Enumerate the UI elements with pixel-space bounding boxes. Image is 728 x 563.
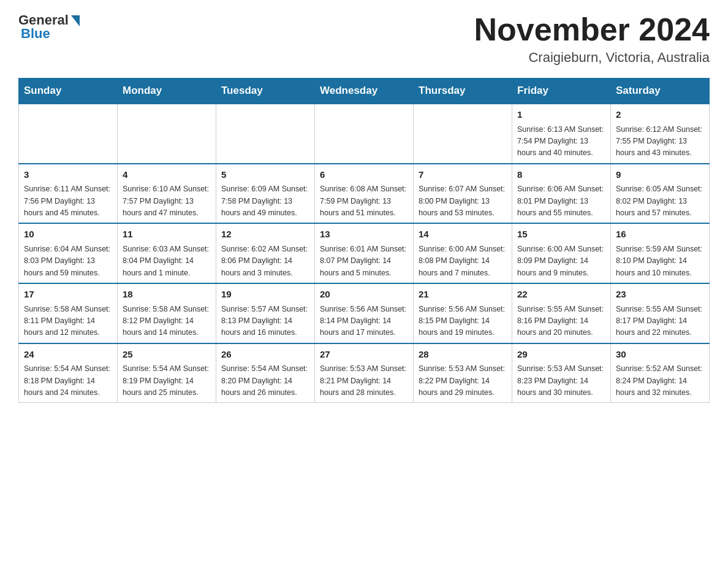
week-row-1: 1Sunrise: 6:13 AM Sunset: 7:54 PM Daylig…	[19, 104, 710, 164]
day-info: Sunrise: 5:53 AM Sunset: 8:22 PM Dayligh…	[419, 363, 507, 399]
day-number: 26	[221, 348, 309, 362]
calendar-cell: 11Sunrise: 6:03 AM Sunset: 8:04 PM Dayli…	[118, 223, 216, 283]
calendar-cell: 27Sunrise: 5:53 AM Sunset: 8:21 PM Dayli…	[315, 343, 414, 403]
day-info: Sunrise: 6:05 AM Sunset: 8:02 PM Dayligh…	[616, 183, 704, 219]
day-number: 1	[517, 108, 605, 122]
calendar-cell: 29Sunrise: 5:53 AM Sunset: 8:23 PM Dayli…	[512, 343, 611, 403]
col-header-sunday: Sunday	[19, 79, 118, 104]
calendar-cell: 1Sunrise: 6:13 AM Sunset: 7:54 PM Daylig…	[512, 104, 611, 164]
calendar-cell: 28Sunrise: 5:53 AM Sunset: 8:22 PM Dayli…	[414, 343, 512, 403]
calendar-cell: 21Sunrise: 5:56 AM Sunset: 8:15 PM Dayli…	[414, 283, 512, 343]
week-row-5: 24Sunrise: 5:54 AM Sunset: 8:18 PM Dayli…	[19, 343, 710, 403]
calendar-cell: 25Sunrise: 5:54 AM Sunset: 8:19 PM Dayli…	[118, 343, 216, 403]
calendar-cell: 16Sunrise: 5:59 AM Sunset: 8:10 PM Dayli…	[611, 223, 710, 283]
day-info: Sunrise: 5:58 AM Sunset: 8:12 PM Dayligh…	[123, 304, 211, 339]
calendar-cell: 2Sunrise: 6:12 AM Sunset: 7:55 PM Daylig…	[611, 104, 710, 164]
day-info: Sunrise: 5:58 AM Sunset: 8:11 PM Dayligh…	[24, 304, 112, 339]
day-number: 8	[517, 168, 605, 182]
calendar-cell: 3Sunrise: 6:11 AM Sunset: 7:56 PM Daylig…	[19, 164, 118, 224]
day-number: 25	[123, 348, 211, 362]
day-number: 12	[221, 228, 309, 242]
day-number: 17	[24, 288, 112, 302]
day-info: Sunrise: 5:57 AM Sunset: 8:13 PM Dayligh…	[221, 304, 309, 339]
day-number: 9	[616, 168, 704, 182]
day-info: Sunrise: 5:56 AM Sunset: 8:14 PM Dayligh…	[320, 304, 408, 339]
calendar-header-row: SundayMondayTuesdayWednesdayThursdayFrid…	[19, 79, 710, 104]
day-number: 3	[24, 168, 112, 182]
calendar-cell: 30Sunrise: 5:52 AM Sunset: 8:24 PM Dayli…	[611, 343, 710, 403]
location-text: Craigieburn, Victoria, Australia	[474, 50, 710, 66]
day-number: 11	[123, 228, 211, 242]
calendar-cell: 7Sunrise: 6:07 AM Sunset: 8:00 PM Daylig…	[414, 164, 512, 224]
day-info: Sunrise: 6:06 AM Sunset: 8:01 PM Dayligh…	[517, 183, 605, 219]
week-row-3: 10Sunrise: 6:04 AM Sunset: 8:03 PM Dayli…	[19, 223, 710, 283]
day-info: Sunrise: 6:01 AM Sunset: 8:07 PM Dayligh…	[320, 243, 408, 279]
day-info: Sunrise: 6:03 AM Sunset: 8:04 PM Dayligh…	[123, 243, 211, 279]
week-row-2: 3Sunrise: 6:11 AM Sunset: 7:56 PM Daylig…	[19, 164, 710, 224]
day-info: Sunrise: 6:00 AM Sunset: 8:08 PM Dayligh…	[419, 243, 507, 279]
day-info: Sunrise: 5:52 AM Sunset: 8:24 PM Dayligh…	[616, 363, 704, 399]
day-number: 2	[616, 108, 704, 122]
day-number: 5	[221, 168, 309, 182]
calendar-cell: 22Sunrise: 5:55 AM Sunset: 8:16 PM Dayli…	[512, 283, 611, 343]
day-info: Sunrise: 6:10 AM Sunset: 7:57 PM Dayligh…	[123, 183, 211, 219]
calendar-table: SundayMondayTuesdayWednesdayThursdayFrid…	[18, 78, 710, 403]
calendar-cell: 18Sunrise: 5:58 AM Sunset: 8:12 PM Dayli…	[118, 283, 216, 343]
day-info: Sunrise: 5:53 AM Sunset: 8:21 PM Dayligh…	[320, 363, 408, 399]
day-number: 21	[419, 288, 507, 302]
calendar-cell: 20Sunrise: 5:56 AM Sunset: 8:14 PM Dayli…	[315, 283, 414, 343]
week-row-4: 17Sunrise: 5:58 AM Sunset: 8:11 PM Dayli…	[19, 283, 710, 343]
calendar-cell	[118, 104, 216, 164]
day-number: 14	[419, 228, 507, 242]
calendar-cell: 15Sunrise: 6:00 AM Sunset: 8:09 PM Dayli…	[512, 223, 611, 283]
day-info: Sunrise: 6:00 AM Sunset: 8:09 PM Dayligh…	[517, 243, 605, 279]
day-number: 22	[517, 288, 605, 302]
day-info: Sunrise: 6:12 AM Sunset: 7:55 PM Dayligh…	[616, 124, 704, 159]
page-header: General Blue November 2024 Craigieburn, …	[18, 12, 710, 66]
calendar-cell: 8Sunrise: 6:06 AM Sunset: 8:01 PM Daylig…	[512, 164, 611, 224]
day-info: Sunrise: 5:56 AM Sunset: 8:15 PM Dayligh…	[419, 304, 507, 339]
calendar-cell: 17Sunrise: 5:58 AM Sunset: 8:11 PM Dayli…	[19, 283, 118, 343]
day-number: 13	[320, 228, 408, 242]
day-info: Sunrise: 5:55 AM Sunset: 8:17 PM Dayligh…	[616, 304, 704, 339]
day-info: Sunrise: 5:59 AM Sunset: 8:10 PM Dayligh…	[616, 243, 704, 279]
calendar-cell: 12Sunrise: 6:02 AM Sunset: 8:06 PM Dayli…	[216, 223, 315, 283]
calendar-cell	[315, 104, 414, 164]
calendar-cell: 13Sunrise: 6:01 AM Sunset: 8:07 PM Dayli…	[315, 223, 414, 283]
day-info: Sunrise: 6:02 AM Sunset: 8:06 PM Dayligh…	[221, 243, 309, 279]
calendar-cell: 14Sunrise: 6:00 AM Sunset: 8:08 PM Dayli…	[414, 223, 512, 283]
day-info: Sunrise: 6:09 AM Sunset: 7:58 PM Dayligh…	[221, 183, 309, 219]
day-number: 24	[24, 348, 112, 362]
calendar-cell	[414, 104, 512, 164]
day-number: 30	[616, 348, 704, 362]
logo-blue-text: Blue	[18, 26, 50, 42]
day-info: Sunrise: 6:04 AM Sunset: 8:03 PM Dayligh…	[24, 243, 112, 279]
calendar-cell: 19Sunrise: 5:57 AM Sunset: 8:13 PM Dayli…	[216, 283, 315, 343]
day-number: 20	[320, 288, 408, 302]
day-number: 6	[320, 168, 408, 182]
day-info: Sunrise: 5:54 AM Sunset: 8:18 PM Dayligh…	[24, 363, 112, 399]
calendar-cell: 4Sunrise: 6:10 AM Sunset: 7:57 PM Daylig…	[118, 164, 216, 224]
title-block: November 2024 Craigieburn, Victoria, Aus…	[474, 12, 710, 66]
calendar-cell	[19, 104, 118, 164]
logo: General Blue	[18, 12, 80, 42]
col-header-saturday: Saturday	[611, 79, 710, 104]
day-number: 18	[123, 288, 211, 302]
day-info: Sunrise: 6:07 AM Sunset: 8:00 PM Dayligh…	[419, 183, 507, 219]
calendar-cell: 9Sunrise: 6:05 AM Sunset: 8:02 PM Daylig…	[611, 164, 710, 224]
day-number: 29	[517, 348, 605, 362]
day-number: 19	[221, 288, 309, 302]
day-info: Sunrise: 6:11 AM Sunset: 7:56 PM Dayligh…	[24, 183, 112, 219]
calendar-cell	[216, 104, 315, 164]
day-number: 23	[616, 288, 704, 302]
col-header-friday: Friday	[512, 79, 611, 104]
day-info: Sunrise: 5:54 AM Sunset: 8:20 PM Dayligh…	[221, 363, 309, 399]
day-number: 15	[517, 228, 605, 242]
day-info: Sunrise: 5:53 AM Sunset: 8:23 PM Dayligh…	[517, 363, 605, 399]
day-number: 16	[616, 228, 704, 242]
month-title: November 2024	[474, 12, 710, 47]
day-info: Sunrise: 5:54 AM Sunset: 8:19 PM Dayligh…	[123, 363, 211, 399]
day-info: Sunrise: 6:13 AM Sunset: 7:54 PM Dayligh…	[517, 124, 605, 159]
day-number: 7	[419, 168, 507, 182]
calendar-cell: 10Sunrise: 6:04 AM Sunset: 8:03 PM Dayli…	[19, 223, 118, 283]
